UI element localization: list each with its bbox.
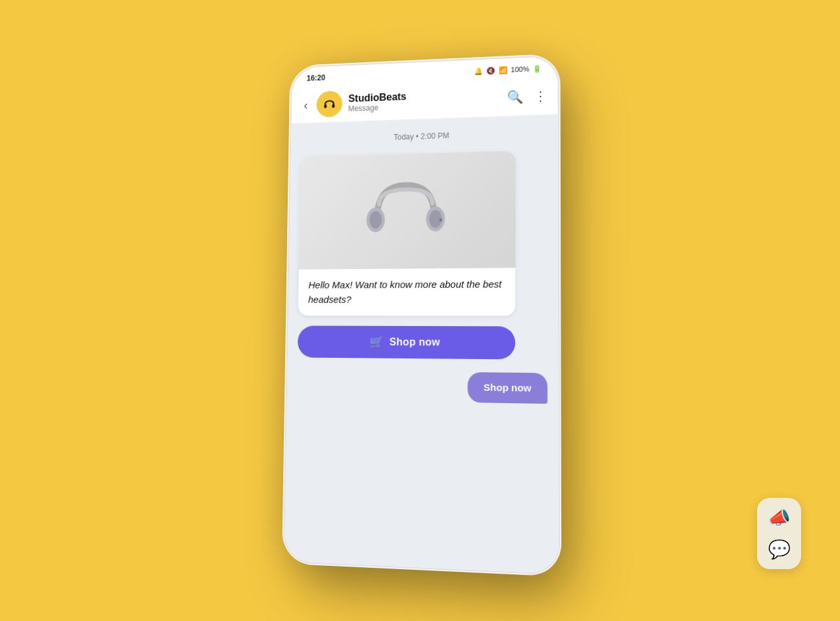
- alarm-icon: 🔔: [474, 67, 483, 75]
- message-card: Hello Max! Want to know more about the b…: [298, 151, 515, 316]
- message-text: Hello Max! Want to know more about the b…: [298, 268, 515, 316]
- status-icons: 🔔 🔇 📶 100% 🔋: [474, 64, 542, 75]
- megaphone-icon[interactable]: 📣: [768, 507, 791, 528]
- more-button[interactable]: ⋮: [534, 88, 547, 104]
- avatar-logo-icon: [321, 95, 338, 113]
- svg-rect-1: [324, 104, 327, 108]
- battery-icon: 🔋: [533, 64, 542, 73]
- shop-now-primary-label: Shop now: [390, 336, 440, 348]
- svg-rect-2: [332, 104, 334, 108]
- shop-now-reply-button[interactable]: Shop now: [468, 372, 548, 404]
- wifi-icon: 📶: [498, 65, 508, 74]
- search-button[interactable]: 🔍: [507, 89, 523, 105]
- header-actions: 🔍 ⋮: [507, 88, 547, 105]
- contact-info: StudioBeats Message: [348, 88, 500, 113]
- headphone-illustration: [364, 169, 447, 253]
- chat-bubble-icon[interactable]: 💬: [768, 539, 791, 560]
- back-button[interactable]: ‹: [301, 95, 310, 115]
- shop-now-primary-button[interactable]: 🛒 Shop now: [298, 325, 515, 359]
- timestamp: Today • 2:00 PM: [301, 128, 547, 145]
- avatar: [316, 91, 342, 118]
- basket-icon: 🛒: [369, 335, 383, 349]
- mute-icon: 🔇: [486, 66, 495, 75]
- phone-wrapper: 16:20 🔔 🔇 📶 100% 🔋 ‹: [285, 56, 559, 574]
- phone: 16:20 🔔 🔇 📶 100% 🔋 ‹: [285, 56, 559, 574]
- floating-panel: 📣 💬: [757, 498, 801, 569]
- battery-label: 100%: [511, 65, 529, 73]
- chat-area: Today • 2:00 PM: [285, 115, 559, 574]
- headphone-image: [299, 151, 515, 270]
- svg-point-0: [321, 95, 338, 113]
- status-time: 16:20: [307, 73, 325, 83]
- shop-now-reply-label: Shop now: [484, 382, 531, 393]
- user-reply-row: Shop now: [297, 370, 548, 404]
